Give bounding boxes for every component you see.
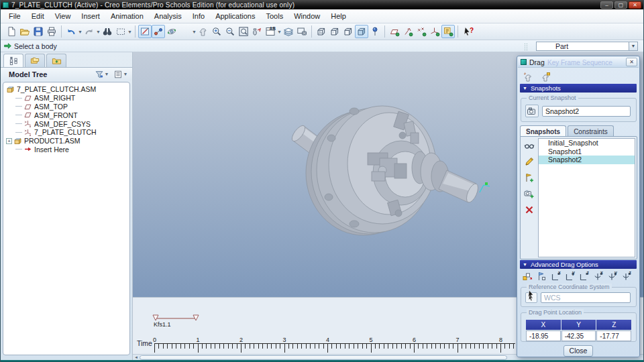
edit-snapshot-button[interactable] <box>523 156 536 167</box>
hidden-line-button[interactable] <box>328 25 341 38</box>
menu-info[interactable]: Info <box>187 11 210 21</box>
tree-filter-dropdown[interactable]: ▼ <box>104 68 109 81</box>
no-hidden-button[interactable] <box>341 25 355 38</box>
tab-model-tree[interactable] <box>3 54 23 67</box>
tree-row-product1[interactable]: +PRODUCT1.ASM <box>6 137 129 145</box>
plane-display-toggle[interactable] <box>388 25 401 38</box>
tree-row-insert-here[interactable]: Insert Here <box>6 145 129 154</box>
tree-row-csys-clutch[interactable]: 7_PLATE_CLUTCH <box>6 128 129 137</box>
tab-folder-browser[interactable] <box>25 54 45 67</box>
toolbar-gripper[interactable] <box>524 43 528 50</box>
shading-button[interactable] <box>355 25 368 38</box>
menu-edit[interactable]: Edit <box>26 11 50 21</box>
preview-snapshot-button[interactable] <box>523 139 536 151</box>
body-drag-button[interactable] <box>539 70 552 83</box>
undo-dropdown[interactable]: ▼ <box>78 25 83 38</box>
drag-view-button[interactable] <box>197 25 210 38</box>
new-file-button[interactable] <box>5 25 18 38</box>
point-drag-button[interactable] <box>521 70 535 83</box>
undo-button[interactable] <box>64 25 78 38</box>
shaded-view-button[interactable] <box>178 25 192 38</box>
menu-file[interactable]: File <box>3 11 26 21</box>
rotate-z-button[interactable]: z <box>620 270 632 282</box>
tree-row-asm-front[interactable]: ASM_FRONT <box>6 111 129 119</box>
tree-filter-button[interactable]: ▼ <box>95 68 109 81</box>
datum-point-button[interactable] <box>368 25 382 38</box>
drag-dialog-close-action-button[interactable]: Close <box>564 345 593 357</box>
repaint-button[interactable] <box>138 25 152 38</box>
saved-views-dropdown[interactable]: ▼ <box>277 25 282 38</box>
tree-settings-button[interactable]: ▼ <box>113 68 128 81</box>
open-button[interactable] <box>18 25 32 38</box>
select-box-button[interactable] <box>114 25 127 38</box>
menu-animation[interactable]: Animation <box>105 11 149 21</box>
mode-combobox-arrow[interactable]: ▼ <box>629 42 637 50</box>
menu-analysis[interactable]: Analysis <box>149 11 187 21</box>
redo-dropdown[interactable]: ▼ <box>96 25 101 38</box>
mode-combobox[interactable]: Part ▼ <box>536 42 638 51</box>
rotate-y-button[interactable]: y <box>606 270 618 282</box>
reference-cs-field[interactable]: WCS <box>541 292 631 303</box>
print-button[interactable] <box>45 25 58 38</box>
translate-y-button[interactable]: y <box>564 270 576 282</box>
snapshot-item-initial[interactable]: Initial_Snapshot <box>539 139 635 147</box>
new-snapshot-button[interactable] <box>523 188 536 199</box>
update-snapshot-button[interactable] <box>523 172 536 183</box>
translate-z-button[interactable]: z <box>578 270 590 282</box>
advanced-options-header[interactable]: ▼ Advanced Drag Options <box>520 260 637 269</box>
current-snapshot-field[interactable]: Snapshot2 <box>542 106 631 117</box>
tree-settings-dropdown[interactable]: ▼ <box>123 68 128 81</box>
tree-row-asm-right[interactable]: ASM_RIGHT <box>6 94 129 103</box>
tab-constraints[interactable]: Constraints <box>568 125 614 137</box>
shaded-view-dropdown[interactable]: ▼ <box>192 25 197 38</box>
menu-applications[interactable]: Applications <box>210 11 260 21</box>
view-manager-button[interactable] <box>295 25 309 38</box>
orient-mode-button[interactable] <box>165 25 178 38</box>
axis-display-toggle[interactable] <box>401 25 415 38</box>
drag-dialog-titlebar[interactable]: Drag Key Frame Sequence <box>518 57 639 68</box>
context-help-button[interactable]: ? <box>461 25 474 38</box>
reorient-button[interactable] <box>250 25 264 38</box>
tree-row-asm-top[interactable]: ASM_TOP <box>6 103 129 111</box>
saved-views-button[interactable]: AB <box>264 25 277 38</box>
package-move-button[interactable] <box>521 270 533 282</box>
save-button[interactable] <box>32 25 45 38</box>
menu-window[interactable]: Window <box>288 11 325 21</box>
snapshot-flag-button[interactable] <box>535 270 547 282</box>
rotate-x-button[interactable]: x <box>592 270 604 282</box>
scrollbar-thumb[interactable] <box>140 355 507 360</box>
restore-button[interactable]: ▢ <box>614 1 627 9</box>
close-button[interactable]: ✕ <box>629 1 641 9</box>
point-display-toggle[interactable] <box>415 25 428 38</box>
tree-row-asm-def-csys[interactable]: ASM_DEF_CSYS <box>6 119 129 128</box>
take-snapshot-button[interactable] <box>525 105 539 117</box>
redo-button[interactable] <box>83 25 96 38</box>
menu-help[interactable]: Help <box>325 11 352 21</box>
time-ruler[interactable]: 012345678 <box>154 343 515 354</box>
menu-view[interactable]: View <box>50 11 76 21</box>
tab-snapshots[interactable]: Snapshots <box>520 125 566 137</box>
snapshots-section-header[interactable]: ▼ Snapshots <box>520 84 637 93</box>
wireframe-button[interactable] <box>315 25 328 38</box>
zoom-out-button[interactable] <box>223 25 237 38</box>
menu-insert[interactable]: Insert <box>76 11 105 21</box>
keyframe-track[interactable]: Kfs1.1 <box>152 314 232 331</box>
translate-x-button[interactable]: x <box>549 270 561 282</box>
expand-toggle[interactable]: + <box>6 138 12 144</box>
menu-tools[interactable]: Tools <box>260 11 288 21</box>
delete-snapshot-button[interactable] <box>523 204 536 215</box>
minimize-button[interactable]: – <box>600 1 613 9</box>
tab-favorites[interactable] <box>46 54 66 67</box>
drag-dialog-close-button[interactable]: ✕ <box>626 58 637 66</box>
zoom-in-button[interactable] <box>210 25 223 38</box>
csys-display-toggle[interactable] <box>428 25 441 38</box>
select-dropdown[interactable]: ▼ <box>127 25 132 38</box>
tree-row-root[interactable]: 7_PLATE_CLUTCH.ASM <box>6 85 129 94</box>
layers-button[interactable] <box>282 25 295 38</box>
find-button[interactable] <box>101 25 114 38</box>
annotation-display-toggle[interactable] <box>441 25 455 38</box>
snapshot-item-2-selected[interactable]: Snapshot2 <box>539 156 635 164</box>
spin-center-button[interactable] <box>152 25 165 38</box>
refit-button[interactable] <box>237 25 250 38</box>
snapshot-item-1[interactable]: Snapshot1 <box>539 147 635 156</box>
